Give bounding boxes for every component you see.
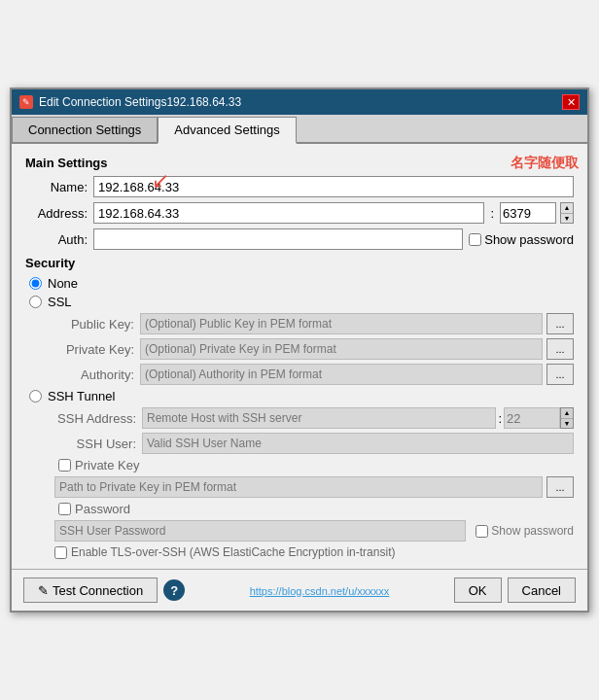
radio-ssh-label: SSH Tunnel: [48, 389, 115, 403]
private-key-browse-button[interactable]: ...: [546, 338, 574, 360]
private-key-input: [140, 338, 543, 360]
security-section: Security None SSL Public Key: ... Priva: [25, 256, 574, 559]
address-field-group: : ▲ ▼: [93, 202, 574, 224]
private-key-row: Private Key: ...: [54, 338, 574, 360]
ssh-address-input: [142, 407, 496, 429]
public-key-input: [140, 313, 543, 334]
content-area: Main Settings Name: 名字随便取 ↙ Address: : ▲…: [12, 144, 587, 569]
name-row: Name: 名字随便取 ↙: [25, 176, 574, 197]
ssh-port-up-icon: ▲: [561, 408, 573, 419]
name-input[interactable]: [93, 176, 574, 197]
window-title: Edit Connection Settings192.168.64.33: [39, 95, 241, 109]
radio-ssh-row: SSH Tunnel: [25, 389, 574, 403]
test-connection-icon: ✎: [38, 583, 49, 598]
main-settings-title: Main Settings: [25, 156, 574, 170]
help-button[interactable]: ?: [163, 579, 185, 601]
authority-browse-button[interactable]: ...: [546, 364, 574, 385]
auth-label: Auth:: [25, 232, 93, 247]
password-row: Show password: [54, 520, 574, 542]
private-key-checkbox-label[interactable]: Private Key: [54, 458, 574, 472]
ssh-user-row: SSH User:: [54, 433, 574, 454]
cancel-button[interactable]: Cancel: [508, 578, 576, 603]
ssh-port-input: [504, 407, 560, 429]
window-icon: ✎: [19, 95, 33, 109]
path-row: ...: [54, 476, 574, 498]
footer: ✎ Test Connection ? https://blog.csdn.ne…: [12, 569, 587, 611]
ssh-user-label: SSH User:: [54, 437, 142, 451]
watermark-area: https://blog.csdn.net/u/xxxxxx: [185, 583, 454, 598]
titlebar-left: ✎ Edit Connection Settings192.168.64.33: [19, 95, 241, 109]
public-key-browse-button[interactable]: ...: [546, 313, 574, 334]
path-browse-button[interactable]: ...: [546, 476, 574, 498]
watermark-text: https://blog.csdn.net/u/xxxxxx: [250, 585, 390, 597]
ssh-show-password-checkbox[interactable]: [476, 525, 488, 538]
ssl-fields: Public Key: ... Private Key: ... Authori…: [25, 313, 574, 385]
path-input: [54, 476, 543, 498]
port-spinner[interactable]: ▲ ▼: [560, 202, 574, 224]
address-label: Address:: [25, 206, 93, 221]
authority-input: [140, 364, 543, 385]
radio-ssl-row: SSL: [25, 295, 574, 309]
titlebar: ✎ Edit Connection Settings192.168.64.33 …: [12, 89, 587, 115]
address-input[interactable]: [93, 202, 484, 224]
radio-none-label: None: [48, 276, 78, 291]
public-key-row: Public Key: ...: [54, 313, 574, 334]
security-title: Security: [25, 256, 574, 270]
address-row: Address: : ▲ ▼: [25, 202, 574, 224]
footer-right: OK Cancel: [454, 578, 576, 603]
show-password-checkbox[interactable]: [469, 233, 481, 246]
ssh-user-input: [142, 433, 574, 454]
main-window: ✎ Edit Connection Settings192.168.64.33 …: [10, 88, 589, 612]
auth-input[interactable]: [93, 228, 463, 250]
password-checkbox-label[interactable]: Password: [54, 502, 574, 516]
tls-label: Enable TLS-over-SSH (AWS ElastiCache Enc…: [71, 545, 395, 559]
footer-left: ✎ Test Connection ?: [23, 578, 185, 603]
private-key-label: Private Key:: [54, 342, 140, 357]
tab-connection-settings[interactable]: Connection Settings: [12, 117, 158, 142]
ssh-port-colon: :: [496, 411, 504, 426]
radio-ssl-label: SSL: [48, 295, 72, 309]
radio-ssh[interactable]: [29, 390, 42, 402]
port-colon: :: [488, 206, 496, 221]
auth-field-group: Show password: [93, 228, 574, 250]
radio-ssl[interactable]: [29, 296, 42, 308]
ssh-password-input: [54, 520, 466, 542]
authority-row: Authority: ...: [54, 364, 574, 385]
password-checkbox[interactable]: [58, 503, 71, 515]
ssh-port-spinner: ▲ ▼: [560, 407, 574, 429]
private-key-checkbox[interactable]: [58, 459, 71, 472]
ssh-port-down-icon: ▼: [561, 419, 573, 429]
ssh-fields: SSH Address: : ▲ ▼ SSH User: Priva: [25, 407, 574, 559]
show-password-label[interactable]: Show password: [469, 232, 574, 247]
radio-none-row: None: [25, 276, 574, 291]
radio-none[interactable]: [29, 277, 42, 290]
auth-row: Auth: Show password: [25, 228, 574, 250]
tls-checkbox[interactable]: [54, 546, 67, 559]
ssh-address-label: SSH Address:: [54, 411, 142, 426]
close-button[interactable]: ✕: [562, 94, 580, 110]
port-down-icon[interactable]: ▼: [561, 214, 573, 224]
tab-advanced-settings[interactable]: Advanced Settings: [158, 117, 296, 144]
port-input[interactable]: [500, 202, 556, 224]
ok-button[interactable]: OK: [454, 578, 502, 603]
authority-label: Authority:: [54, 368, 140, 382]
tls-row: Enable TLS-over-SSH (AWS ElastiCache Enc…: [54, 545, 574, 559]
ssh-show-password-label[interactable]: Show password: [476, 524, 574, 538]
name-label: Name:: [25, 180, 93, 194]
ssh-address-row: SSH Address: : ▲ ▼: [54, 407, 574, 429]
port-up-icon[interactable]: ▲: [561, 203, 573, 214]
public-key-label: Public Key:: [54, 317, 140, 332]
tab-bar: Connection Settings Advanced Settings: [12, 115, 587, 144]
test-connection-button[interactable]: ✎ Test Connection: [23, 578, 158, 603]
